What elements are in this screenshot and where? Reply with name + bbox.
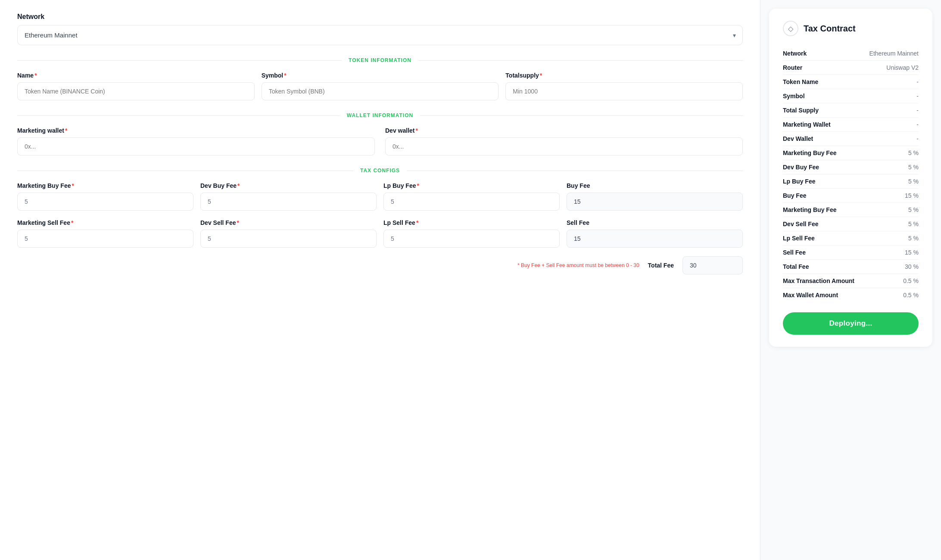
summary-row: Router Uniswap V2 [783,61,919,75]
lp-buy-fee-label: Lp Buy Fee* [383,182,560,189]
lp-sell-fee-group: Lp Sell Fee* [383,219,560,248]
summary-row: Total Supply - [783,103,919,118]
summary-row: Lp Buy Fee 5 % [783,174,919,189]
summary-key: Sell Fee [783,249,806,256]
totalsupply-input[interactable] [505,82,743,100]
sell-fee-group: Sell Fee [567,219,743,248]
summary-value: 15 % [905,192,919,199]
summary-row: Symbol - [783,89,919,103]
summary-value: 0.5 % [903,277,919,284]
dev-wallet-group: Dev wallet* [385,127,743,156]
summary-value: Uniswap V2 [886,64,919,71]
total-fee-note: * Buy Fee + Sell Fee amount must be betw… [517,262,639,268]
summary-key: Dev Buy Fee [783,164,819,171]
diamond-icon: ◇ [783,21,798,36]
summary-row: Lp Sell Fee 5 % [783,231,919,246]
marketing-buy-fee-label: Marketing Buy Fee* [17,182,193,189]
lp-sell-fee-input[interactable] [383,230,560,248]
summary-row: Sell Fee 15 % [783,246,919,260]
total-fee-row: * Buy Fee + Sell Fee amount must be betw… [17,256,743,274]
summary-row: Token Name - [783,75,919,89]
marketing-sell-fee-input[interactable] [17,230,193,248]
summary-key: Lp Sell Fee [783,235,815,242]
lp-buy-fee-input[interactable] [383,193,560,211]
summary-key: Dev Wallet [783,135,813,142]
summary-row: Buy Fee 15 % [783,189,919,203]
summary-row: Max Wallet Amount 0.5 % [783,288,919,302]
summary-key: Buy Fee [783,192,806,199]
summary-value: 5 % [908,235,919,242]
dev-sell-fee-input[interactable] [200,230,377,248]
summary-key: Total Fee [783,263,809,270]
summary-row: Marketing Wallet - [783,118,919,132]
wallet-section-label: WALLET INFORMATION [347,112,413,118]
sell-fee-label: Sell Fee [567,219,743,226]
network-dropdown-wrapper: Ethereum Mainnet BSC Mainnet Polygon ▾ [17,25,743,45]
network-dropdown[interactable]: Ethereum Mainnet BSC Mainnet Polygon [17,25,743,45]
total-fee-input [682,256,743,274]
tax-section-label: TAX CONFIGS [360,168,400,174]
summary-row: Dev Buy Fee 5 % [783,160,919,174]
token-section-divider: TOKEN INFORMATION [17,57,743,63]
summary-key: Router [783,64,802,71]
wallet-row: Marketing wallet* Dev wallet* [17,127,743,156]
summary-row: Marketing Buy Fee 5 % [783,203,919,217]
summary-key: Total Supply [783,107,819,114]
marketing-wallet-label: Marketing wallet* [17,127,375,134]
dev-sell-fee-group: Dev Sell Fee* [200,219,377,248]
card-header: ◇ Tax Contract [783,21,919,36]
buy-fee-label: Buy Fee [567,182,743,189]
summary-key: Marketing Wallet [783,121,831,128]
summary-row: Dev Wallet - [783,132,919,146]
summary-key: Marketing Buy Fee [783,149,836,156]
marketing-wallet-input[interactable] [17,137,375,156]
marketing-sell-fee-label: Marketing Sell Fee* [17,219,193,226]
marketing-sell-fee-group: Marketing Sell Fee* [17,219,193,248]
buy-fee-group: Buy Fee [567,182,743,211]
buy-fee-input [567,193,743,211]
summary-key: Marketing Buy Fee [783,206,836,213]
summary-value: 5 % [908,149,919,156]
token-section-label: TOKEN INFORMATION [349,57,411,63]
summary-value: 15 % [905,249,919,256]
dev-buy-fee-input[interactable] [200,193,377,211]
summary-card: ◇ Tax Contract Network Ethereum Mainnet … [769,9,932,347]
summary-key: Network [783,50,807,57]
symbol-input[interactable] [262,82,499,100]
summary-key: Max Transaction Amount [783,277,854,284]
deploy-button[interactable]: Deploying... [783,312,919,335]
wallet-section-divider: WALLET INFORMATION [17,112,743,118]
summary-row: Max Transaction Amount 0.5 % [783,274,919,288]
summary-value: 5 % [908,206,919,213]
marketing-wallet-group: Marketing wallet* [17,127,375,156]
summary-value: 0.5 % [903,292,919,299]
totalsupply-label: Totalsupply* [505,72,743,79]
summary-rows: Network Ethereum Mainnet Router Uniswap … [783,47,919,302]
summary-row: Network Ethereum Mainnet [783,47,919,61]
totalsupply-field-group: Totalsupply* [505,72,743,100]
sell-fee-row: Marketing Sell Fee* Dev Sell Fee* Lp Sel… [17,219,743,248]
summary-value: - [916,93,919,100]
summary-value: - [916,135,919,142]
summary-value: Ethereum Mainnet [869,50,919,57]
dev-buy-fee-label: Dev Buy Fee* [200,182,377,189]
summary-value: 30 % [905,263,919,270]
symbol-field-group: Symbol* [262,72,499,100]
summary-key: Symbol [783,93,805,100]
summary-key: Dev Sell Fee [783,221,819,227]
buy-fee-row: Marketing Buy Fee* Dev Buy Fee* Lp Buy F… [17,182,743,211]
summary-value: - [916,107,919,114]
right-panel: ◇ Tax Contract Network Ethereum Mainnet … [760,0,941,560]
marketing-buy-fee-input[interactable] [17,193,193,211]
summary-value: 5 % [908,178,919,185]
network-label: Network [17,13,743,21]
name-label: Name* [17,72,255,79]
symbol-label: Symbol* [262,72,499,79]
dev-wallet-label: Dev wallet* [385,127,743,134]
summary-value: - [916,78,919,85]
summary-value: 5 % [908,164,919,171]
name-input[interactable] [17,82,255,100]
summary-row: Marketing Buy Fee 5 % [783,146,919,160]
name-field-group: Name* [17,72,255,100]
dev-wallet-input[interactable] [385,137,743,156]
